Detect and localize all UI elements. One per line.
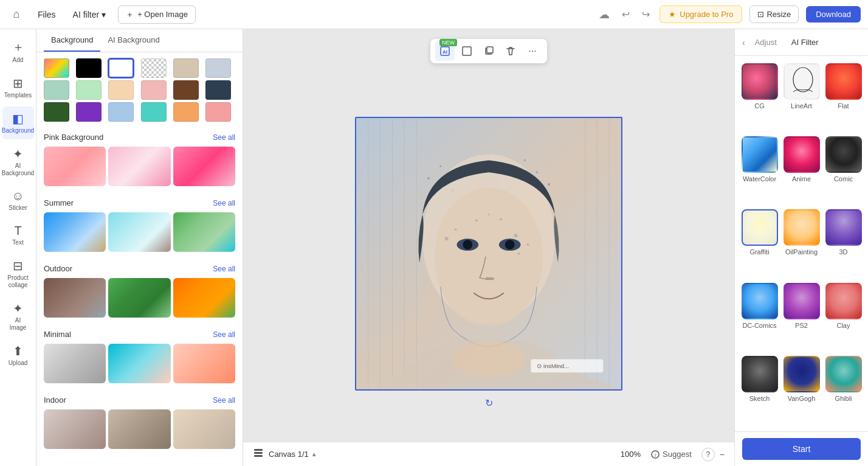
outdoor-thumb-1[interactable] xyxy=(44,278,106,318)
filter-lineart[interactable]: LineArt xyxy=(783,63,820,131)
summer-thumb-3[interactable] xyxy=(173,212,235,252)
swatch-light-blue[interactable] xyxy=(205,58,231,78)
layers-button[interactable] xyxy=(253,448,264,461)
outdoor-thumb-3[interactable] xyxy=(173,278,235,318)
open-image-button[interactable]: ＋ + Open Image xyxy=(118,5,196,24)
suggest-button[interactable]: i Suggest xyxy=(646,447,697,462)
filter-ghibli[interactable]: Ghibli xyxy=(825,356,862,424)
swatch-brown[interactable] xyxy=(173,80,199,100)
rotate-handle[interactable]: ↻ xyxy=(485,397,493,409)
swatch-rose[interactable] xyxy=(205,102,231,122)
filter-watercolor[interactable]: WaterColor xyxy=(741,136,778,204)
filter-label-lineart: LineArt xyxy=(791,102,812,110)
pink-bg-thumb-1[interactable] xyxy=(44,147,106,186)
minimal-thumb-1[interactable] xyxy=(44,344,106,383)
tab-background[interactable]: Background xyxy=(44,29,100,52)
more-tool-button[interactable]: ··· xyxy=(523,41,542,61)
filter-sketch[interactable]: Sketch xyxy=(741,356,778,424)
outdoor-see-all[interactable]: See all xyxy=(213,265,235,273)
sidebar-item-add[interactable]: ＋ Add xyxy=(2,34,34,69)
ai-tool-button[interactable]: AI NEW xyxy=(435,41,455,61)
sidebar-item-background[interactable]: ◧ Background xyxy=(2,106,34,139)
home-button[interactable]: ⌂ xyxy=(7,5,26,24)
swatch-light-green[interactable] xyxy=(76,80,102,100)
sidebar-item-ai-background-label: AIBackground xyxy=(2,162,34,177)
main-image[interactable]: ⊙ insMind... xyxy=(355,117,622,391)
redo-button[interactable]: ↪ xyxy=(639,6,652,23)
filter-anime[interactable]: Anime xyxy=(783,136,820,204)
frame-tool-button[interactable] xyxy=(457,41,477,61)
minimal-thumb-2[interactable] xyxy=(108,344,170,383)
canvas-arrow[interactable]: ▲ xyxy=(311,451,317,457)
swatch-black[interactable] xyxy=(76,58,102,78)
resize-button[interactable]: ⊡ Resize xyxy=(749,5,799,23)
filter-vangogh[interactable]: VanGogh xyxy=(783,356,820,424)
pink-bg-thumb-2[interactable] xyxy=(108,147,170,186)
sidebar-item-ai-image[interactable]: ✦ AI Image xyxy=(2,296,34,336)
sidebar-item-text[interactable]: T Text xyxy=(2,219,34,251)
swatch-gradient[interactable] xyxy=(44,58,69,78)
upgrade-button[interactable]: ★ Upgrade to Pro xyxy=(660,5,742,23)
undo-button[interactable]: ↩ xyxy=(619,6,632,23)
sidebar-item-product-collage[interactable]: ⊟ Product collage xyxy=(2,254,34,294)
filter-thumb-ps2 xyxy=(784,283,820,319)
summer-header: Summer See all xyxy=(36,193,243,210)
indoor-thumb-1[interactable] xyxy=(44,409,106,449)
summer-thumb-2[interactable] xyxy=(108,212,170,252)
swatch-sky[interactable] xyxy=(108,102,134,122)
svg-rect-4 xyxy=(487,47,493,53)
outdoor-thumb-2[interactable] xyxy=(108,278,170,318)
sidebar-item-text-label: Text xyxy=(12,239,23,246)
back-button[interactable]: ‹ xyxy=(742,38,745,47)
indoor-see-all[interactable]: See all xyxy=(213,396,235,405)
sidebar-item-upload[interactable]: ⬆ Upload xyxy=(2,339,34,372)
start-button[interactable]: Start xyxy=(742,438,861,460)
sidebar-item-templates[interactable]: ⊞ Templates xyxy=(2,71,34,104)
swatch-white[interactable] xyxy=(108,58,134,78)
minimal-thumb-3[interactable] xyxy=(173,344,235,383)
download-button[interactable]: Download xyxy=(806,6,861,23)
filter-oilpainting[interactable]: OilPainting xyxy=(783,209,820,277)
tab-ai-background[interactable]: AI Background xyxy=(100,29,167,52)
filter-ps2[interactable]: PS2 xyxy=(783,283,820,351)
swatch-transparent[interactable] xyxy=(141,58,167,78)
swatch-dark-green[interactable] xyxy=(44,102,69,122)
filter-graffiti[interactable]: Graffiti xyxy=(741,209,778,277)
filter-cg[interactable]: CG xyxy=(741,63,778,131)
filter-dccomics[interactable]: DC-Comics xyxy=(741,283,778,351)
sidebar-item-sticker[interactable]: ☺ Sticker xyxy=(2,184,34,217)
filter-flat[interactable]: Flat xyxy=(825,63,862,131)
filter-comic[interactable]: Comic xyxy=(825,136,862,204)
swatch-peach[interactable] xyxy=(108,80,134,100)
files-button[interactable]: Files xyxy=(33,7,61,22)
svg-text:⊙ insMind...: ⊙ insMind... xyxy=(537,363,569,369)
pink-bg-thumb-3[interactable] xyxy=(173,147,235,186)
duplicate-tool-button[interactable] xyxy=(479,41,498,61)
summer-see-all[interactable]: See all xyxy=(213,199,235,207)
swatch-orange[interactable] xyxy=(173,102,199,122)
filter-3d[interactable]: 3D xyxy=(825,209,862,277)
minimal-see-all[interactable]: See all xyxy=(213,330,235,339)
sync-button[interactable]: ☁ xyxy=(596,5,612,24)
svg-rect-40 xyxy=(254,455,263,457)
pink-background-see-all[interactable]: See all xyxy=(213,133,235,142)
delete-tool-button[interactable] xyxy=(501,41,520,61)
swatch-beige[interactable] xyxy=(173,58,199,78)
adjust-tab[interactable]: Adjust xyxy=(750,35,782,49)
swatch-teal[interactable] xyxy=(141,102,167,122)
swatch-pink-light[interactable] xyxy=(141,80,167,100)
help-button[interactable]: ? xyxy=(701,448,715,461)
sidebar-item-add-label: Add xyxy=(13,57,24,64)
swatch-dark-blue[interactable] xyxy=(205,80,231,100)
sidebar-item-ai-background[interactable]: ✦ AIBackground xyxy=(2,142,34,182)
svg-point-15 xyxy=(439,165,441,167)
indoor-thumb-2[interactable] xyxy=(108,409,170,449)
ai-filter-tab[interactable]: AI Filter xyxy=(787,35,824,49)
swatch-mint[interactable] xyxy=(44,80,69,100)
zoom-out-button[interactable]: − xyxy=(720,450,725,459)
swatch-purple[interactable] xyxy=(76,102,102,122)
indoor-thumb-3[interactable] xyxy=(173,409,235,449)
ai-filter-menu[interactable]: AI filter ▾ xyxy=(68,7,111,22)
filter-clay[interactable]: Clay xyxy=(825,283,862,351)
summer-thumb-1[interactable] xyxy=(44,212,106,252)
